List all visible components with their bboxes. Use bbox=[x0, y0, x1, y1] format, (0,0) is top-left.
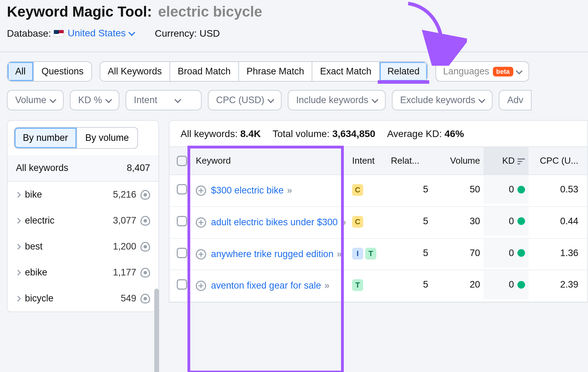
sidebar-item[interactable]: electric 3,077 bbox=[8, 208, 158, 234]
tab-related[interactable]: Related bbox=[380, 62, 427, 81]
filter-include-keywords[interactable]: Include keywords bbox=[288, 90, 386, 110]
add-keyword-icon[interactable] bbox=[196, 217, 206, 228]
row-checkbox[interactable] bbox=[177, 248, 187, 258]
cell-kd: 0 bbox=[509, 248, 514, 258]
sidebar-tab-by-number[interactable]: By number bbox=[14, 127, 77, 149]
table-row: $300 electric bike » C 5 50 0 0.53 bbox=[169, 175, 587, 207]
database-selector[interactable]: Database: United States bbox=[7, 28, 134, 39]
keyword-link[interactable]: aventon fixed gear for sale » bbox=[211, 279, 328, 292]
cell-related: 5 bbox=[387, 207, 432, 236]
tab-questions[interactable]: Questions bbox=[34, 62, 91, 81]
add-keyword-icon[interactable] bbox=[196, 249, 206, 260]
sidebar-item[interactable]: bike 5,216 bbox=[8, 182, 158, 208]
sidebar-item-label: best bbox=[25, 241, 43, 252]
filter-kd[interactable]: KD % bbox=[70, 90, 119, 110]
eye-icon[interactable] bbox=[140, 294, 150, 303]
intent-badge-c: C bbox=[352, 184, 363, 196]
add-keyword-icon[interactable] bbox=[196, 185, 206, 196]
sort-icon bbox=[517, 158, 525, 164]
col-kd[interactable]: KD bbox=[484, 147, 529, 174]
tab-broad-match[interactable]: Broad Match bbox=[170, 62, 239, 81]
chevron-right-icon bbox=[15, 296, 21, 301]
chevron-down-icon bbox=[267, 96, 274, 103]
cell-cpc: 0.44 bbox=[529, 207, 587, 236]
filter-volume[interactable]: Volume bbox=[7, 90, 64, 110]
table-row: aventon fixed gear for sale » T 5 20 0 2… bbox=[169, 270, 587, 302]
sidebar-item-count: 5,216 bbox=[113, 189, 136, 200]
col-volume[interactable]: Volume bbox=[432, 147, 484, 174]
eye-icon[interactable] bbox=[140, 216, 150, 226]
chevron-right-icon bbox=[15, 270, 21, 275]
chevron-down-icon bbox=[174, 96, 181, 103]
add-keyword-icon[interactable] bbox=[196, 281, 206, 291]
kd-dot-icon bbox=[517, 186, 525, 193]
col-keyword[interactable]: Keyword bbox=[194, 147, 349, 174]
expand-icon[interactable]: » bbox=[340, 217, 345, 227]
sidebar-item[interactable]: ebike 1,177 bbox=[8, 260, 158, 285]
us-flag-icon bbox=[54, 30, 64, 37]
sidebar-item-label: ebike bbox=[25, 267, 47, 278]
row-checkbox[interactable] bbox=[177, 216, 187, 226]
intent-badge-t: T bbox=[365, 248, 376, 260]
filter-exclude-keywords[interactable]: Exclude keywords bbox=[392, 90, 493, 110]
filter-intent[interactable]: Intent bbox=[126, 90, 202, 110]
sidebar-all-keywords-label[interactable]: All keywords bbox=[16, 163, 68, 173]
intent-badge-c: C bbox=[352, 216, 363, 228]
row-checkbox[interactable] bbox=[177, 184, 187, 194]
expand-icon[interactable]: » bbox=[323, 280, 328, 291]
row-checkbox[interactable] bbox=[177, 279, 187, 290]
database-value: United States bbox=[67, 28, 126, 39]
sidebar-scrollbar[interactable] bbox=[154, 289, 159, 372]
keyword-groups-sidebar: By number By volume All keywords 8,407 b… bbox=[7, 120, 159, 312]
tab-exact-match[interactable]: Exact Match bbox=[312, 62, 380, 81]
cell-volume: 20 bbox=[432, 270, 484, 299]
keyword-link[interactable]: adult electric bikes under $300 » bbox=[211, 216, 345, 229]
col-cpc[interactable]: CPC (U... bbox=[529, 147, 587, 174]
keyword-link[interactable]: $300 electric bike » bbox=[211, 184, 291, 197]
expand-icon[interactable]: » bbox=[336, 249, 341, 259]
tool-name: Keyword Magic Tool: bbox=[7, 3, 152, 20]
sidebar-tab-by-volume[interactable]: By volume bbox=[77, 127, 138, 149]
table-row: anywhere trike rugged edition » IT 5 70 … bbox=[169, 239, 587, 271]
page-header: Keyword Magic Tool: electric bicycle Dat… bbox=[0, 0, 588, 43]
chevron-down-icon bbox=[49, 96, 56, 103]
sidebar-item-label: electric bbox=[25, 215, 55, 226]
match-type-tabs: All Questions All Keywords Broad Match P… bbox=[0, 52, 588, 88]
eye-icon[interactable] bbox=[140, 268, 150, 278]
filter-row: Volume KD % Intent CPC (USD) Include key… bbox=[0, 88, 588, 120]
languages-button[interactable]: Languages beta bbox=[435, 61, 529, 82]
search-query: electric bicycle bbox=[158, 3, 262, 20]
currency-label: Currency: USD bbox=[155, 28, 220, 39]
cell-cpc: 0.53 bbox=[529, 175, 587, 204]
filter-cpc[interactable]: CPC (USD) bbox=[208, 90, 282, 110]
tab-all[interactable]: All bbox=[8, 62, 34, 81]
sidebar-item[interactable]: best 1,200 bbox=[8, 234, 158, 260]
select-all-checkbox[interactable] bbox=[177, 156, 187, 166]
eye-icon[interactable] bbox=[140, 242, 150, 252]
cell-cpc: 1.36 bbox=[529, 239, 587, 267]
tab-phrase-match[interactable]: Phrase Match bbox=[239, 62, 313, 81]
eye-icon[interactable] bbox=[140, 190, 150, 200]
table-header: Keyword Intent Relat... Volume KD CPC (U… bbox=[169, 146, 587, 175]
results-summary: All keywords: 8.4K Total volume: 3,634,8… bbox=[169, 121, 587, 146]
tab-all-keywords[interactable]: All Keywords bbox=[100, 62, 170, 81]
intent-badge-i: I bbox=[352, 248, 363, 260]
kd-dot-icon bbox=[517, 249, 525, 257]
filter-advanced[interactable]: Adv bbox=[499, 90, 532, 110]
chevron-right-icon bbox=[15, 244, 21, 249]
col-related[interactable]: Relat... bbox=[387, 147, 432, 174]
sidebar-item-count: 1,200 bbox=[113, 241, 136, 252]
cell-cpc: 2.39 bbox=[529, 270, 587, 299]
sidebar-item-label: bicycle bbox=[25, 293, 54, 304]
cell-kd: 0 bbox=[509, 184, 514, 195]
chevron-down-icon bbox=[478, 96, 485, 103]
cell-volume: 50 bbox=[432, 175, 484, 204]
beta-badge: beta bbox=[493, 67, 513, 76]
sidebar-item[interactable]: bicycle 549 bbox=[8, 285, 158, 311]
languages-label: Languages bbox=[443, 66, 489, 77]
table-row: adult electric bikes under $300 » C 5 30… bbox=[169, 207, 587, 239]
expand-icon[interactable]: » bbox=[286, 185, 291, 196]
keyword-link[interactable]: anywhere trike rugged edition » bbox=[211, 248, 341, 261]
col-intent[interactable]: Intent bbox=[349, 147, 387, 174]
annotation-underline bbox=[378, 80, 429, 84]
